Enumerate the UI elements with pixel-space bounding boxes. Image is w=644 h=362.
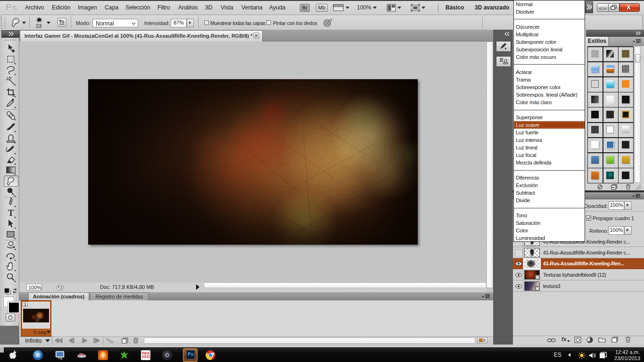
svg-text:T: T	[8, 208, 14, 218]
